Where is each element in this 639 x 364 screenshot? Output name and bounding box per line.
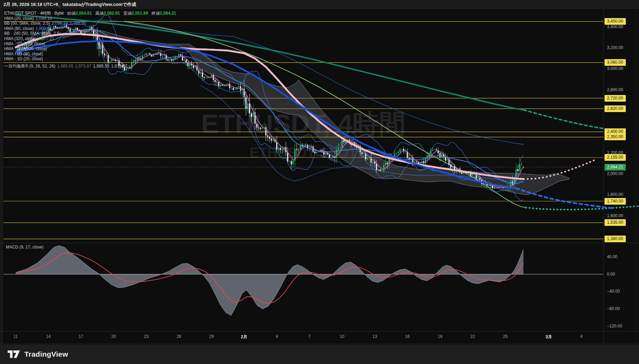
price-axis-label: 3,060.00: [605, 59, 626, 66]
macd-axis-label: 0.00: [605, 271, 617, 278]
indicator-label[interactable]: HMA · 1D (320, close): [4, 41, 45, 46]
tradingview-logo-icon[interactable]: [8, 350, 20, 358]
macd-area: [16, 246, 523, 316]
indicator-legend-row[interactable]: BB (50, SMA, close, 2.5)2,098.191,793.35: [4, 21, 176, 26]
legend[interactable]: ETHUSDT SPOT · 4時間 · Bybit始値2,054.61高値2,…: [4, 11, 176, 69]
indicator-value: 1,973.87: [75, 64, 92, 69]
time-axis-label: 3月: [546, 334, 552, 340]
price-axis-label: 1,535.00: [605, 219, 626, 226]
indicator-value: 1,985.55: [93, 64, 109, 69]
indicator-legend-row[interactable]: HMA · 240 (320, close): [4, 46, 176, 52]
time-axis-label: 2月: [241, 334, 248, 340]
indicator-label[interactable]: HMA · 1D (20, close): [4, 56, 43, 61]
time-axis-label: 26: [177, 334, 181, 339]
current-price-label: 2,064.21: [605, 164, 626, 171]
indicator-value: 1,900.91: [36, 26, 52, 31]
ohlc-label: 始値: [67, 11, 76, 16]
indicator-value: 1,677.21: [38, 36, 54, 41]
macd-axis-label: −40.00: [605, 288, 622, 295]
footer-brand-text[interactable]: TradingView: [24, 350, 68, 358]
time-axis-label: 29: [209, 334, 214, 339]
macd-axis-label: −120.00: [605, 323, 625, 330]
ohlc-value: 2,054.61: [76, 11, 92, 16]
time-axis-label: 25: [503, 334, 507, 339]
price-axis-label: 2,000.00: [605, 171, 626, 177]
indicator-label[interactable]: BB · 240 (50, SMA, close, 2.5): [4, 31, 61, 36]
price-axis-label: 1,600.00: [605, 213, 626, 219]
time-axis-label: 14: [46, 334, 50, 339]
time-axis-label: 11: [14, 334, 18, 339]
indicator-value: 2,044.19: [36, 16, 52, 21]
price-axis-label: 3,400.00: [605, 24, 626, 30]
indicator-label[interactable]: HMA (20, close): [4, 16, 34, 21]
indicator-legend-row[interactable]: HMA (80, close)1,900.91: [4, 26, 176, 31]
ohlc-value: 2,064.21: [160, 11, 176, 16]
price-axis-label: 1,740.00: [605, 198, 626, 205]
price-axis-label: 2,800.00: [605, 87, 626, 93]
ohlc-label: 安値: [123, 11, 132, 16]
indicator-label[interactable]: HMA (320, close): [4, 36, 36, 41]
left-edge-strip: [0, 9, 3, 344]
indicator-value: 2,098.19: [52, 21, 68, 26]
time-axis[interactable]: 111417202326292月471013161922253月4: [0, 331, 639, 344]
price-axis-label: 1,380.00: [605, 236, 626, 242]
price-axis-label: 2,155.00: [605, 154, 626, 161]
indicator-legend-row[interactable]: BB · 240 (50, SMA, close, 2.5): [4, 31, 176, 36]
ohlc-value: 2,082.91: [104, 11, 120, 16]
time-axis-label: 4: [275, 334, 278, 339]
time-axis-label: 13: [372, 334, 377, 339]
tradingview-chart-window: 2月 26, 2026 16:18 UTC+9、takatabaがTrading…: [0, 0, 639, 364]
ohlc-label: 高値: [95, 11, 104, 16]
indicator-label[interactable]: HMA · 240 (320, close): [4, 46, 47, 51]
macd-pane[interactable]: [3, 246, 603, 316]
indicator-label[interactable]: HMA (80, close): [4, 26, 34, 31]
indicator-label[interactable]: 一目均衡表® (9, 26, 52, 26): [4, 64, 55, 69]
time-axis-label: 4: [580, 334, 583, 339]
indicator-label[interactable]: BB (50, SMA, close, 2.5): [4, 21, 50, 26]
price-axis[interactable]: 3,450.003,400.003,200.003,060.003,000.00…: [603, 9, 639, 344]
indicator-label[interactable]: HMA · 1D (80, close): [4, 52, 43, 56]
indicator-legend-row[interactable]: HMA · 1D (80, close): [4, 52, 176, 57]
indicator-value: 1,793.35: [70, 21, 86, 26]
indicator-legend-row[interactable]: HMA · 1D (320, close): [4, 41, 176, 47]
price-axis-label: 3,200.00: [605, 45, 626, 51]
ohlc-value: 2,051.89: [132, 11, 148, 16]
symbol-title[interactable]: ETHUSDT SPOT · 4時間 · Bybit: [4, 11, 64, 16]
time-axis-label: 16: [405, 334, 410, 339]
indicator-value: 1,985.55: [57, 64, 73, 69]
price-axis-label: 3,000.00: [605, 65, 626, 72]
time-axis-label: 19: [438, 334, 442, 339]
time-axis-label: 17: [79, 334, 83, 339]
time-axis-label: 20: [111, 334, 116, 339]
indicator-legend-row[interactable]: HMA (320, close)1,677.21: [4, 36, 176, 41]
macd-legend-label[interactable]: MACD (9, 17, close): [6, 245, 44, 250]
time-axis-label: 7: [308, 334, 311, 339]
ohlc-label: 終値: [151, 11, 160, 16]
price-axis-label: 2,350.00: [605, 134, 626, 140]
macd-axis-label: 40.00: [605, 254, 620, 260]
price-axis-label: 1,800.00: [605, 191, 626, 198]
time-axis-label: 22: [470, 334, 475, 339]
price-axis-label: 2,620.00: [605, 105, 626, 112]
indicator-legend-row[interactable]: HMA (20, close)2,044.19: [4, 16, 176, 21]
footer-bar: TradingView: [0, 345, 639, 364]
time-axis-label: 23: [144, 334, 148, 339]
indicator-legend-row[interactable]: 一目均衡表® (9, 26, 52, 26)1,985.551,973.871,…: [4, 64, 176, 69]
time-axis-label: 10: [340, 334, 344, 339]
symbol-legend-row[interactable]: ETHUSDT SPOT · 4時間 · Bybit始値2,054.61高値2,…: [4, 11, 176, 16]
macd-axis-label: −80.00: [605, 306, 622, 312]
indicator-value: 1,973.87: [111, 64, 127, 69]
indicator-legend-row[interactable]: HMA · 1D (20, close): [4, 56, 176, 62]
price-axis-label: 2,720.00: [605, 95, 626, 102]
